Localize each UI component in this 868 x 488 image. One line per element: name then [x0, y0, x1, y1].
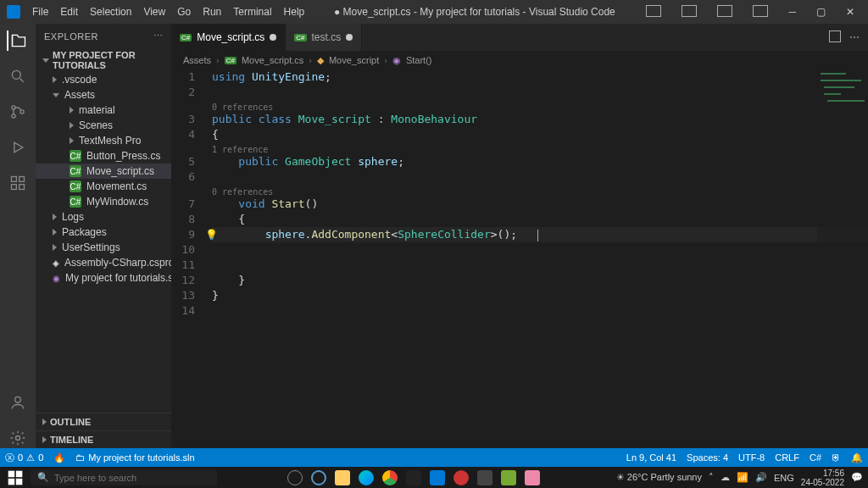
minimize-button[interactable]: ─ — [782, 6, 803, 18]
status-bar: ⓧ 0 ⚠ 0 🔥 🗀 My project for tutorials.sln… — [0, 448, 868, 467]
run-debug-icon[interactable] — [8, 137, 28, 158]
language-indicator[interactable]: ENG — [774, 473, 794, 483]
activity-bar — [0, 24, 36, 448]
tree-item-usersettings[interactable]: UserSettings — [36, 240, 171, 255]
tree-item-move-script-cs[interactable]: C#Move_script.cs — [36, 164, 171, 179]
account-icon[interactable] — [8, 392, 28, 413]
source-control-icon[interactable] — [8, 102, 28, 122]
wifi-icon[interactable]: 📶 — [737, 472, 748, 483]
taskbar-search[interactable]: 🔍 — [31, 469, 217, 485]
csharp-file-icon: C# — [180, 34, 192, 42]
volume-icon[interactable]: 🔊 — [755, 472, 767, 483]
explorer-icon[interactable] — [7, 30, 27, 51]
tree-item-material[interactable]: material — [36, 103, 171, 118]
svg-point-3 — [20, 110, 24, 114]
editor: C# Move_script.cs C# test.cs ⋯ Assets› C… — [171, 24, 868, 448]
tree-item-logs[interactable]: Logs — [36, 209, 171, 225]
chrome-icon[interactable] — [382, 470, 398, 485]
tree-item-button-press-cs[interactable]: C#Button_Press.cs — [36, 148, 171, 164]
maximize-button[interactable]: ▢ — [810, 6, 832, 18]
cortana-icon[interactable] — [311, 470, 326, 485]
svg-rect-10 — [8, 470, 15, 477]
status-eol[interactable]: CRLF — [775, 452, 799, 463]
app-icon[interactable] — [453, 470, 469, 485]
tree-item-packages[interactable]: Packages — [36, 225, 171, 240]
menu-run[interactable]: Run — [198, 3, 226, 21]
app-icon-4[interactable] — [525, 470, 540, 485]
menu-file[interactable]: File — [27, 3, 53, 21]
modified-indicator-icon — [346, 34, 353, 41]
edge-icon[interactable] — [359, 470, 374, 485]
tree-item-textmesh-pro[interactable]: TextMesh Pro — [36, 133, 171, 148]
titlebar: File Edit Selection View Go Run Terminal… — [0, 0, 868, 24]
menu-selection[interactable]: Selection — [85, 3, 136, 21]
menu-view[interactable]: View — [138, 3, 170, 21]
svg-point-2 — [12, 114, 15, 118]
outline-section[interactable]: OUTLINE — [36, 413, 171, 430]
status-flame-icon[interactable]: 🔥 — [53, 452, 65, 463]
clock[interactable]: 17:5624-05-2022 — [801, 469, 844, 487]
project-root[interactable]: MY PROJECT FOR TUTORIALS — [36, 48, 171, 72]
close-button[interactable]: ✕ — [839, 6, 861, 18]
status-spaces[interactable]: Spaces: 4 — [687, 452, 728, 463]
tree-item-mywindow-cs[interactable]: C#MyWindow.cs — [36, 194, 171, 209]
notifications-icon[interactable]: 💬 — [851, 472, 863, 483]
modified-indicator-icon — [270, 34, 276, 41]
explorer-taskbar-icon[interactable] — [335, 470, 350, 485]
tab-test[interactable]: C# test.cs — [286, 24, 362, 51]
tree-item-assembly-csharp-csproj[interactable]: ◈Assembly-CSharp.csproj — [36, 255, 171, 270]
minimap[interactable] — [817, 69, 868, 448]
lightbulb-icon[interactable]: 💡 — [205, 227, 218, 242]
more-icon[interactable]: ⋯ — [153, 30, 164, 42]
status-project[interactable]: 🗀 My project for tutorials.sln — [75, 452, 194, 463]
app-icon-3[interactable] — [501, 470, 516, 485]
tree-item-movement-cs[interactable]: C#Movement.cs — [36, 179, 171, 194]
layout-icon-3[interactable] — [710, 5, 739, 19]
search-icon: 🔍 — [37, 472, 49, 483]
status-language[interactable]: C# — [810, 452, 821, 463]
menu-edit[interactable]: Edit — [55, 3, 83, 21]
unity-icon[interactable] — [406, 470, 421, 485]
tree-item--vscode[interactable]: .vscode — [36, 72, 171, 87]
window-title: ● Move_script.cs - My project for tutori… — [309, 6, 639, 18]
svg-rect-5 — [19, 177, 25, 182]
status-feedback-icon[interactable]: ⛨ — [832, 452, 841, 463]
onedrive-icon[interactable]: ☁ — [721, 472, 730, 483]
breadcrumb[interactable]: Assets› C#Move_script.cs› ◆Move_script› … — [171, 51, 868, 69]
menu-go[interactable]: Go — [172, 3, 196, 21]
menu-help[interactable]: Help — [279, 3, 310, 21]
search-input[interactable] — [54, 473, 210, 483]
extensions-icon[interactable] — [8, 173, 28, 193]
menu-terminal[interactable]: Terminal — [228, 3, 276, 21]
code-area[interactable]: 1234567891011121314 using UnityEngine; 0… — [171, 69, 868, 448]
layout-icon-2[interactable] — [675, 5, 704, 19]
search-icon[interactable] — [8, 66, 28, 86]
timeline-section[interactable]: TIMELINE — [36, 430, 171, 448]
status-encoding[interactable]: UTF-8 — [738, 452, 765, 463]
sidebar: EXPLORER ⋯ MY PROJECT FOR TUTORIALS .vsc… — [36, 24, 171, 448]
vscode-taskbar-icon[interactable] — [430, 470, 445, 485]
svg-rect-12 — [8, 478, 15, 485]
task-view-icon[interactable] — [287, 470, 303, 485]
file-tree: .vscodeAssetsmaterialScenesTextMesh ProC… — [36, 72, 171, 413]
tray-chevron-icon[interactable]: ˄ — [709, 472, 714, 483]
app-icon-2[interactable] — [477, 470, 492, 485]
settings-icon[interactable] — [8, 428, 28, 448]
tree-item-assets[interactable]: Assets — [36, 87, 171, 103]
csharp-file-icon: C# — [294, 34, 306, 42]
menu-bar: File Edit Selection View Go Run Terminal… — [27, 3, 309, 21]
status-bell-icon[interactable]: 🔔 — [851, 452, 863, 463]
weather-widget[interactable]: ☀ 26°C Partly sunny — [616, 472, 702, 483]
tree-item-my-project-for-tutorials-sln[interactable]: ◉My project for tutorials.sln — [36, 270, 171, 286]
layout-icon-4[interactable] — [746, 5, 775, 19]
start-button[interactable] — [0, 469, 31, 486]
taskbar: 🔍 ☀ 26°C Partly sunny ˄ ☁ 📶 🔊 ENG 17:562… — [0, 467, 868, 488]
more-actions-icon[interactable]: ⋯ — [849, 31, 860, 43]
status-cursor-position[interactable]: Ln 9, Col 41 — [626, 452, 676, 463]
tab-move-script[interactable]: C# Move_script.cs — [171, 24, 286, 51]
split-editor-icon[interactable] — [829, 30, 841, 45]
status-errors[interactable]: ⓧ 0 ⚠ 0 — [5, 452, 43, 464]
layout-icon[interactable] — [639, 5, 668, 19]
svg-point-9 — [16, 436, 20, 441]
tree-item-scenes[interactable]: Scenes — [36, 118, 171, 133]
